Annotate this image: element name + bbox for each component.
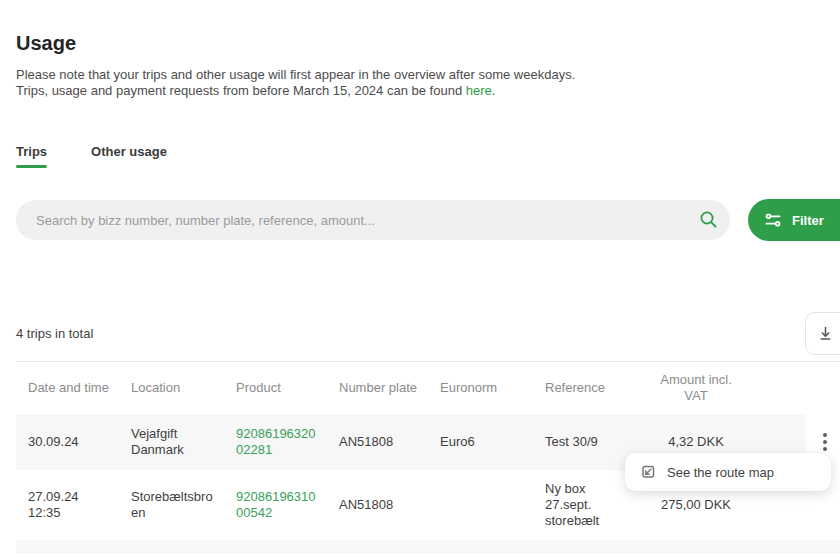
filter-button-label: Filter bbox=[792, 213, 824, 228]
table-row-partial bbox=[16, 540, 840, 554]
col-header-date-and-time: Date and time bbox=[28, 380, 131, 396]
page-title: Usage bbox=[16, 32, 76, 55]
download-icon bbox=[817, 325, 834, 342]
cell-amount: 4,32 DKK bbox=[660, 434, 740, 450]
note-line-1: Please note that your trips and other us… bbox=[16, 67, 575, 83]
search-bar bbox=[16, 200, 730, 240]
date-value: 27.09.24 bbox=[28, 489, 123, 505]
product-link[interactable]: 9208619631000542 bbox=[236, 489, 320, 521]
cell-number-plate: AN51808 bbox=[339, 434, 440, 450]
usage-page: Usage Please note that your trips and ot… bbox=[0, 0, 840, 560]
filter-sliders-icon bbox=[763, 210, 783, 230]
col-header-product: Product bbox=[236, 380, 339, 396]
reference-value: Test 30/9 bbox=[545, 434, 598, 450]
cell-reference: Test 30/9 bbox=[545, 434, 660, 450]
cell-location: Vejafgift Danmark bbox=[131, 426, 236, 458]
date-value: 30.09.24 bbox=[28, 434, 123, 450]
row-menu-kebab-icon[interactable] bbox=[821, 431, 829, 453]
tab-trips-label: Trips bbox=[16, 144, 47, 159]
here-link[interactable]: here bbox=[466, 83, 492, 98]
col-header-euronorm: Euronorm bbox=[440, 380, 545, 396]
col-header-number-plate: Number plate bbox=[339, 380, 440, 396]
col-header-amount-incl-vat: Amount incl. VAT bbox=[660, 372, 740, 404]
note-line-2: Trips, usage and payment requests from b… bbox=[16, 83, 575, 99]
route-map-icon bbox=[639, 463, 657, 481]
tabs: Trips Other usage bbox=[16, 144, 167, 168]
trips-total: 4 trips in total bbox=[16, 326, 93, 341]
tab-trips[interactable]: Trips bbox=[16, 144, 47, 168]
tab-other-usage-label: Other usage bbox=[91, 144, 167, 159]
search-input[interactable] bbox=[36, 200, 676, 240]
see-route-map-menu-item[interactable]: See the route map bbox=[625, 453, 831, 491]
col-header-reference: Reference bbox=[545, 380, 660, 396]
cell-product: 9208619631000542 bbox=[236, 489, 339, 521]
location-value: Vejafgift Danmark bbox=[131, 426, 219, 458]
col-header-amount-text: Amount incl. VAT bbox=[660, 372, 732, 404]
active-tab-underline bbox=[16, 165, 47, 168]
see-route-map-label: See the route map bbox=[667, 465, 774, 480]
col-header-location: Location bbox=[131, 380, 236, 396]
cell-location: Storebæltsbroen bbox=[131, 489, 236, 521]
search-icon[interactable] bbox=[699, 210, 718, 229]
cell-date: 27.09.24 12:35 bbox=[28, 489, 131, 521]
location-value: Storebæltsbroen bbox=[131, 489, 219, 521]
cell-amount: 275,00 DKK bbox=[660, 497, 740, 513]
note: Please note that your trips and other us… bbox=[16, 67, 575, 99]
product-link[interactable]: 9208619632002281 bbox=[236, 426, 320, 458]
download-button[interactable] bbox=[805, 312, 840, 355]
time-value: 12:35 bbox=[28, 505, 123, 521]
cell-product: 9208619632002281 bbox=[236, 426, 339, 458]
tab-other-usage[interactable]: Other usage bbox=[91, 144, 167, 168]
note-line-2-text: Trips, usage and payment requests from b… bbox=[16, 83, 462, 98]
filter-button[interactable]: Filter bbox=[748, 199, 840, 241]
note-period: . bbox=[492, 83, 496, 98]
cell-euronorm: Euro6 bbox=[440, 434, 545, 450]
reference-value: Ny box 27.sept. storebælt bbox=[545, 481, 609, 529]
cell-number-plate: AN51808 bbox=[339, 497, 440, 513]
cell-date: 30.09.24 bbox=[28, 434, 131, 450]
table-header-row: Date and time Location Product Number pl… bbox=[16, 362, 840, 414]
route-map-context-menu: See the route map bbox=[625, 453, 831, 491]
